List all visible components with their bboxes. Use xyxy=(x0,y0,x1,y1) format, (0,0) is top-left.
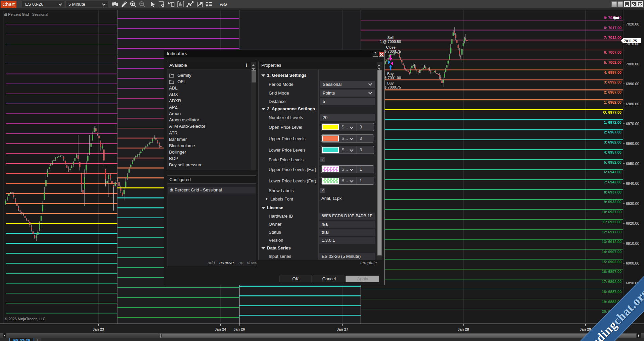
svg-text:Buy: Buy xyxy=(387,81,394,85)
svg-text:1: 6982.00: 1: 6982.00 xyxy=(604,100,622,104)
svg-text:3: 6992.00: 3: 6992.00 xyxy=(604,80,622,84)
svg-text:© 2026 NinjaTrader, LLC: © 2026 NinjaTrader, LLC xyxy=(5,317,45,321)
svg-text:3: 6962.00: 3: 6962.00 xyxy=(604,140,622,144)
svg-text:18: 6887.00: 18: 6887.00 xyxy=(602,290,622,294)
svg-text:Jan 28: Jan 28 xyxy=(458,327,469,331)
svg-text:9: 6932.00: 9: 6932.00 xyxy=(604,200,622,204)
svg-text:17: 6892.00: 17: 6892.00 xyxy=(602,280,622,284)
svg-text:dt Percent Grid - Sessional: dt Percent Grid - Sessional xyxy=(4,12,48,16)
svg-text:6980.00: 6980.00 xyxy=(626,102,639,106)
svg-text:1 @ 7000.50: 1 @ 7000.50 xyxy=(380,40,401,44)
svg-text:14: 6907.00: 14: 6907.00 xyxy=(602,250,622,254)
svg-text:4: 6997.00: 4: 6997.00 xyxy=(604,70,622,74)
svg-text:6940.00: 6940.00 xyxy=(626,181,639,185)
svg-text:8: 6937.00: 8: 6937.00 xyxy=(604,190,622,194)
svg-text:Sell: Sell xyxy=(387,36,393,40)
svg-text:5: 6952.00: 5: 6952.00 xyxy=(604,160,622,164)
svg-text:6: 7007.00: 6: 7007.00 xyxy=(604,50,622,54)
svg-text:1: 6972.00: 1: 6972.00 xyxy=(604,120,622,124)
svg-text:6950.00: 6950.00 xyxy=(626,162,639,166)
svg-text:15: 6902.00: 15: 6902.00 xyxy=(602,260,622,264)
svg-text:7000.00: 7000.00 xyxy=(626,62,639,66)
svg-text:6990.00: 6990.00 xyxy=(626,82,639,86)
svg-text:Close: Close xyxy=(386,45,395,49)
svg-text:10: 6927.00: 10: 6927.00 xyxy=(602,210,622,214)
svg-text:Jan 27: Jan 27 xyxy=(337,327,348,331)
svg-text:6920.00: 6920.00 xyxy=(626,221,639,225)
svg-text:7: 7012.00: 7: 7012.00 xyxy=(604,36,622,40)
svg-text:13: 6912.00: 13: 6912.00 xyxy=(602,240,622,244)
svg-text:Buy: Buy xyxy=(387,72,394,76)
svg-text:6910.00: 6910.00 xyxy=(626,241,639,245)
svg-text:7020.00: 7020.00 xyxy=(626,22,639,26)
svg-text:6960.00: 6960.00 xyxy=(626,141,639,146)
svg-text:O: 6977.00: O: 6977.00 xyxy=(603,110,622,114)
svg-text:2: 6987.00: 2: 6987.00 xyxy=(604,90,622,94)
svg-text:6: 6947.00: 6: 6947.00 xyxy=(604,170,622,174)
svg-text:6930.00: 6930.00 xyxy=(626,202,639,206)
svg-text:12: 6917.00: 12: 6917.00 xyxy=(602,230,622,234)
svg-text:2: 6967.00: 2: 6967.00 xyxy=(604,130,622,134)
svg-text:Jan 29: Jan 29 xyxy=(580,327,591,331)
svg-text:8: 7017.00: 8: 7017.00 xyxy=(604,26,622,30)
svg-text:5: 7002.00: 5: 7002.00 xyxy=(604,60,622,64)
svg-text:7011.75: 7011.75 xyxy=(624,39,637,43)
svg-text:7: 6942.00: 7: 6942.00 xyxy=(604,180,622,184)
svg-text:Jan 26: Jan 26 xyxy=(233,327,245,331)
svg-text:4: 6957.00: 4: 6957.00 xyxy=(604,150,622,154)
svg-text:6900.00: 6900.00 xyxy=(626,261,639,265)
svg-text:11: 6922.00: 11: 6922.00 xyxy=(602,220,622,224)
svg-text:Jan 24: Jan 24 xyxy=(215,327,226,331)
svg-text:6970.00: 6970.00 xyxy=(626,122,639,126)
svg-text:Jan 23: Jan 23 xyxy=(93,327,104,331)
svg-text:16: 6897.00: 16: 6897.00 xyxy=(602,270,622,274)
